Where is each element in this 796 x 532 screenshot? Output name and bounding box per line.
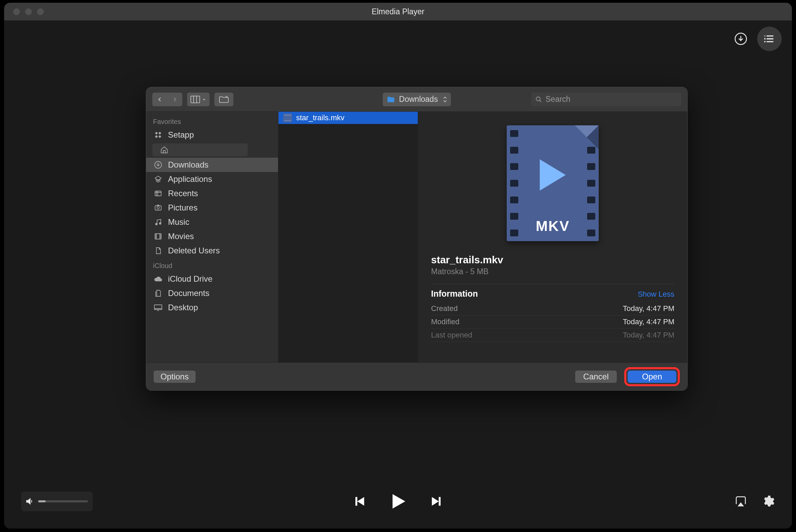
downloads-icon [153,161,163,169]
svg-rect-5 [155,132,158,135]
dialog-toolbar: Downloads Search [146,87,687,112]
sidebar-item-deleted-users[interactable]: Deleted Users [146,244,278,258]
desktop-icon [153,304,163,311]
chevron-updown-icon [443,96,447,103]
sidebar-item-label: Downloads [168,160,209,170]
sidebar-item-downloads[interactable]: Downloads [146,158,278,172]
document-icon [153,247,163,255]
app-window: Elmedia Player [4,3,792,529]
sidebar-item-setapp[interactable]: Setapp [146,128,278,142]
nav-forward-button[interactable] [167,93,182,106]
sidebar-item-home[interactable] [152,143,248,156]
volume-control[interactable] [21,491,93,511]
home-icon [159,146,169,154]
download-icon[interactable] [734,32,748,46]
open-file-dialog: Downloads Search FavoritesSetappDownload… [146,87,688,391]
view-mode-button[interactable] [187,93,210,106]
pictures-icon [153,204,163,212]
setapp-icon [153,131,163,139]
zoom-window-button[interactable] [37,8,44,15]
svg-rect-7 [155,135,158,138]
output-controls [734,495,775,508]
documents-icon [153,289,163,297]
preview-subtitle: Matroska - 5 MB [431,267,674,276]
cancel-button[interactable]: Cancel [575,371,617,383]
recents-icon [153,189,163,198]
sidebar-item-label: Music [168,217,189,227]
sidebar: FavoritesSetappDownloadsApplicationsRece… [146,112,278,362]
info-heading: Information [431,289,478,299]
minimize-window-button[interactable] [25,8,32,15]
sidebar-item-desktop[interactable]: Desktop [146,300,278,315]
titlebar: Elmedia Player [4,3,792,20]
sidebar-item-movies[interactable]: Movies [146,229,278,244]
show-less-link[interactable]: Show Less [638,290,674,299]
dialog-body: FavoritesSetappDownloadsApplicationsRece… [146,112,687,362]
sidebar-item-label: Desktop [168,303,198,312]
sidebar-item-label: Documents [168,288,209,298]
info-key: Last opened [431,331,472,340]
sidebar-item-applications[interactable]: Applications [146,172,278,186]
preview-pane: MKV star_trails.mkv Matroska - 5 MB Info… [418,112,687,362]
playlist-icon[interactable] [757,27,782,51]
open-button-highlight: Open [624,367,680,386]
sidebar-item-label: Movies [168,232,194,241]
sidebar-item-label: Setapp [168,130,194,140]
svg-rect-3 [191,96,200,103]
search-icon [535,96,542,103]
svg-point-1 [764,38,766,40]
sidebar-item-label: Applications [168,174,212,184]
search-input[interactable]: Search [531,93,681,106]
info-key: Modified [431,317,459,326]
svg-point-4 [536,97,540,101]
sidebar-item-pictures[interactable]: Pictures [146,201,278,215]
search-placeholder: Search [546,95,570,104]
sidebar-item-documents[interactable]: Documents [146,286,278,300]
next-track-button[interactable] [429,494,444,509]
group-button[interactable] [214,93,233,106]
sidebar-item-icloud-drive[interactable]: iCloud Drive [146,272,278,286]
dialog-footer: Options Cancel Open [146,362,687,390]
svg-point-13 [156,223,157,225]
file-row[interactable]: star_trails.mkv [278,112,418,124]
settings-icon[interactable] [761,495,775,508]
sidebar-section-label: Favorites [146,114,278,128]
preview-icon-label: MKV [507,218,599,234]
music-icon [153,218,163,226]
svg-point-14 [159,223,161,224]
info-value: Today, 4:47 PM [623,304,674,313]
open-button[interactable]: Open [628,371,676,383]
traffic-lights [4,8,44,15]
window-title: Elmedia Player [4,7,792,16]
nav-back-button[interactable] [152,93,167,106]
volume-slider[interactable] [38,500,88,502]
sidebar-item-label: Deleted Users [168,246,220,255]
sidebar-item-label: Recents [168,189,198,198]
preview-filename: star_trails.mkv [431,254,674,266]
header-actions [734,27,782,51]
info-value: Today, 4:47 PM [623,331,674,340]
transport-controls [352,490,444,512]
location-label: Downloads [399,95,438,104]
info-rows: CreatedToday, 4:47 PMModifiedToday, 4:47… [431,302,674,342]
svg-rect-16 [154,305,162,310]
close-window-button[interactable] [13,8,20,15]
svg-point-12 [157,207,159,209]
info-row: CreatedToday, 4:47 PM [431,302,674,315]
play-button[interactable] [387,490,409,512]
svg-point-2 [764,41,766,42]
info-value: Today, 4:47 PM [623,317,674,326]
file-name: star_trails.mkv [296,113,345,122]
file-thumb-icon [283,113,292,122]
airplay-icon[interactable] [734,495,748,508]
sidebar-item-music[interactable]: Music [146,215,278,229]
options-button[interactable]: Options [154,371,196,383]
playback-bar [4,484,792,518]
previous-track-button[interactable] [352,494,367,509]
info-key: Created [431,304,458,313]
location-dropdown[interactable]: Downloads [383,93,451,106]
svg-rect-8 [158,135,161,138]
volume-icon [25,496,35,506]
svg-rect-6 [158,132,161,135]
sidebar-item-recents[interactable]: Recents [146,186,278,201]
